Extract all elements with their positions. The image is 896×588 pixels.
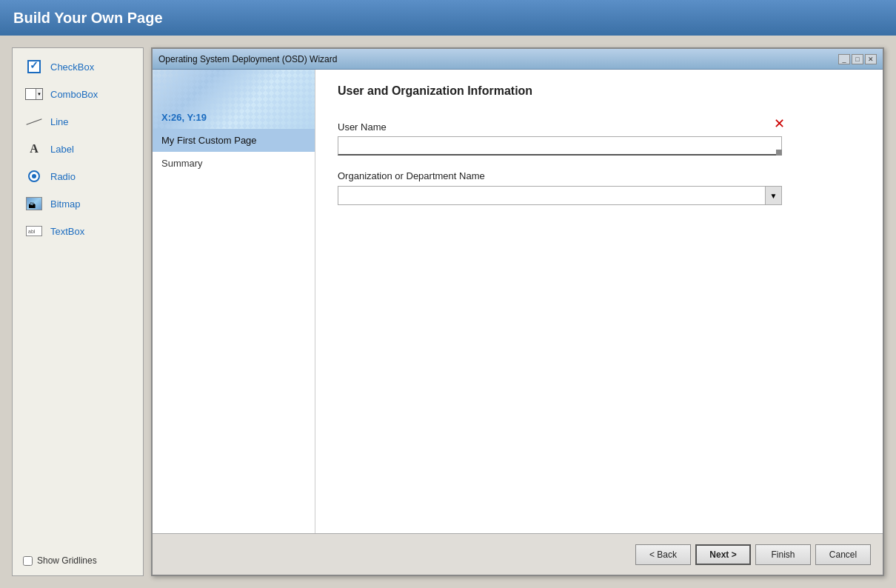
- nav-item-my-first-custom-page[interactable]: My First Custom Page: [153, 129, 315, 152]
- resize-handle[interactable]: [776, 150, 782, 156]
- wizard-titlebar: Operating System Deployment (OSD) Wizard…: [153, 49, 883, 70]
- org-name-input[interactable]: [338, 186, 766, 205]
- maximize-button[interactable]: □: [852, 54, 863, 64]
- back-button[interactable]: < Back: [635, 544, 691, 565]
- tool-item-radio[interactable]: Radio: [17, 164, 138, 189]
- org-name-dropdown-button[interactable]: ▼: [766, 186, 782, 205]
- line-icon: [24, 113, 44, 130]
- textbox-icon: abl: [24, 223, 44, 239]
- outer-container: CheckBox ▼ ComboBox Line A Label: [0, 36, 896, 588]
- tool-item-bitmap[interactable]: Bitmap: [17, 191, 138, 216]
- combobox-label: ComboBox: [50, 89, 98, 100]
- toolbox-panel: CheckBox ▼ ComboBox Line A Label: [12, 47, 144, 576]
- org-name-label: Organization or Department Name: [338, 170, 860, 181]
- user-name-label: User Name: [338, 121, 387, 133]
- tool-item-combobox[interactable]: ▼ ComboBox: [17, 81, 138, 107]
- checkbox-label: CheckBox: [50, 61, 94, 73]
- close-button[interactable]: ✕: [865, 54, 877, 64]
- minimize-button[interactable]: _: [838, 54, 850, 64]
- user-name-field-group: User Name ✕: [338, 120, 860, 156]
- org-name-field-group: Organization or Department Name ▼: [338, 170, 860, 205]
- wizard-content: User and Organization Information User N…: [315, 70, 883, 533]
- wizard-nav: X:26, Y:19 My First Custom Page Summary: [153, 70, 315, 533]
- checkbox-icon: [24, 59, 44, 75]
- tool-item-line[interactable]: Line: [17, 109, 138, 134]
- bitmap-icon: [24, 196, 44, 212]
- window-controls: _ □ ✕: [838, 54, 877, 64]
- org-name-combo-container: ▼: [338, 186, 782, 205]
- radio-label: Radio: [50, 171, 76, 182]
- required-marker: ✕: [774, 117, 785, 130]
- cancel-button[interactable]: Cancel: [815, 544, 871, 565]
- show-gridlines-label: Show Gridlines: [37, 555, 97, 566]
- label-label: Label: [50, 144, 74, 155]
- tool-item-checkbox[interactable]: CheckBox: [17, 54, 138, 79]
- user-name-input[interactable]: [338, 136, 782, 156]
- wizard-footer: < Back Next > Finish Cancel: [153, 533, 883, 575]
- wizard-nav-items: My First Custom Page Summary: [153, 129, 315, 533]
- radio-icon: [24, 168, 44, 184]
- show-gridlines-checkbox[interactable]: [23, 556, 33, 566]
- next-button[interactable]: Next >: [695, 544, 751, 565]
- label-icon: A: [24, 141, 44, 157]
- coord-display: X:26, Y:19: [161, 112, 207, 123]
- content-title: User and Organization Information: [338, 84, 860, 98]
- textbox-label: TextBox: [50, 226, 84, 237]
- tool-item-label[interactable]: A Label: [17, 136, 138, 161]
- show-gridlines-row: Show Gridlines: [17, 552, 138, 569]
- line-label: Line: [50, 116, 69, 127]
- wizard-title: Operating System Deployment (OSD) Wizard: [158, 54, 337, 64]
- tool-item-textbox[interactable]: abl TextBox: [17, 218, 138, 244]
- combobox-icon: ▼: [24, 86, 44, 102]
- user-name-input-container: [338, 136, 782, 156]
- app-title: Build Your Own Page: [13, 10, 163, 27]
- bitmap-label: Bitmap: [50, 198, 80, 210]
- app-header: Build Your Own Page: [0, 0, 896, 36]
- wizard-body: X:26, Y:19 My First Custom Page Summary …: [153, 70, 883, 533]
- finish-button[interactable]: Finish: [755, 544, 811, 565]
- wizard-nav-header: X:26, Y:19: [153, 70, 315, 129]
- wizard-window: Operating System Deployment (OSD) Wizard…: [151, 47, 884, 576]
- nav-item-summary[interactable]: Summary: [153, 152, 315, 175]
